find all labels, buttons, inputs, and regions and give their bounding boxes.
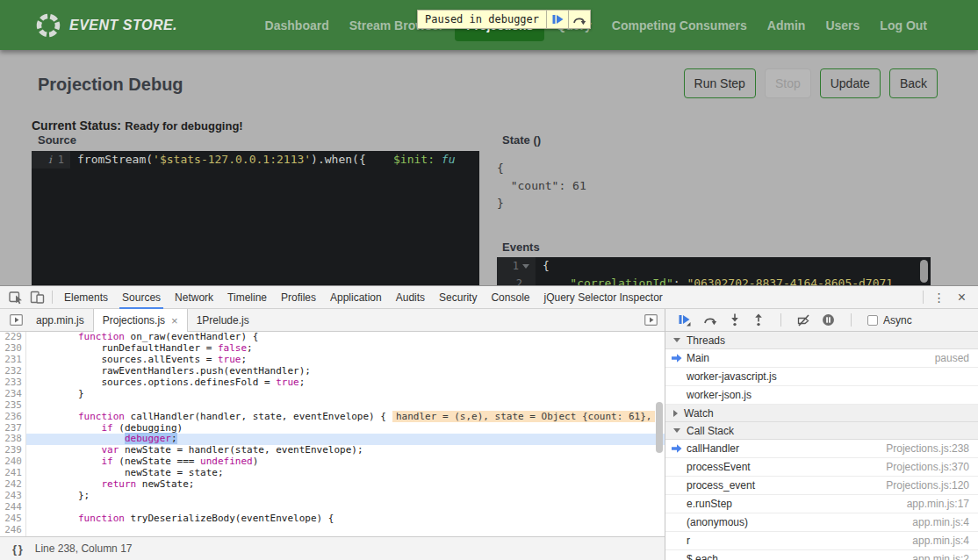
async-checkbox[interactable] <box>867 315 878 326</box>
thread-name: Main <box>687 352 709 364</box>
code-token: (debugging) <box>113 422 183 434</box>
step-into-button[interactable] <box>729 313 741 327</box>
code-text <box>26 525 665 536</box>
code-token: function <box>78 513 125 524</box>
code-token <box>32 411 78 422</box>
source-section-label: Source <box>38 133 76 147</box>
nav-item-competing-consumers[interactable]: Competing Consumers <box>603 11 756 40</box>
vertical-scrollbar[interactable] <box>656 402 663 453</box>
line-number[interactable]: 232 <box>0 366 26 377</box>
thread-row-worker-javascript-js[interactable]: worker-javascript.js <box>665 368 978 386</box>
tab-elements[interactable]: Elements <box>57 286 115 309</box>
code-token: fu <box>435 153 455 166</box>
step-over-button[interactable] <box>568 11 590 28</box>
show-drawer-button[interactable] <box>637 309 665 331</box>
line-number[interactable]: 231 <box>0 355 26 366</box>
run-step-button[interactable]: Run Step <box>684 68 756 98</box>
update-button[interactable]: Update <box>820 68 881 98</box>
nav-item-users[interactable]: Users <box>816 11 868 40</box>
show-navigator-button[interactable] <box>5 309 27 331</box>
call-stack-frame-callhandler[interactable]: callHandlerProjections.js:238 <box>665 440 978 458</box>
debugger-toolbar: Async <box>665 309 978 332</box>
call-stack-frame-each[interactable]: $.eachapp.min.js:2 <box>665 550 978 560</box>
code-token: var <box>101 444 119 456</box>
brand-text: EVENT STORE. <box>69 18 177 33</box>
events-editor[interactable]: 1 { 2 "correlationId": "06302702-8837-41… <box>497 257 931 285</box>
file-tab-1prelude-js[interactable]: 1Prelude.js <box>188 309 258 331</box>
frame-location: app.min.js:4 <box>912 516 969 528</box>
tab-close-icon[interactable]: × <box>171 314 178 327</box>
source-code-editor[interactable]: i1 fromStream('$stats-127.0.0.1:2113').w… <box>32 151 479 285</box>
cursor-position-text: Line 238, Column 17 <box>35 542 133 555</box>
toolbar-separator <box>52 291 53 304</box>
fold-arrow-icon[interactable] <box>522 264 529 269</box>
thread-name: worker-json.js <box>687 389 751 401</box>
tab-security[interactable]: Security <box>432 286 484 309</box>
deactivate-breakpoints-icon <box>797 314 810 327</box>
events-section-label: Events <box>502 241 540 254</box>
step-over-button-devtools[interactable] <box>703 314 717 326</box>
resume-script-button[interactable] <box>546 11 568 28</box>
call-stack-section-header[interactable]: Call Stack <box>665 422 978 440</box>
frame-location: app.min.js:4 <box>912 535 969 547</box>
code-token <box>32 456 101 467</box>
device-toolbar-button[interactable] <box>26 287 47 308</box>
file-tabbar: app.min.jsProjections.js×1Prelude.js <box>0 309 665 332</box>
code-token: ; <box>241 354 247 365</box>
chevron-down-icon-2 <box>673 428 680 433</box>
main-nav: DashboardStream BrowserProjectionsQueryC… <box>256 10 936 41</box>
code-line-234: 234 } <box>0 389 665 400</box>
threads-section-header[interactable]: Threads <box>665 332 978 349</box>
tab-console[interactable]: Console <box>484 286 536 309</box>
code-editor[interactable]: 229 function on_raw(eventHandler) {230 r… <box>0 332 665 536</box>
pretty-print-icon[interactable]: { } <box>12 542 22 556</box>
code-token: $init: <box>393 153 435 166</box>
watch-section-header[interactable]: Watch <box>665 405 978 422</box>
call-stack-frame-processevent[interactable]: processEventProjections.js:370 <box>665 458 978 477</box>
call-stack-list: callHandlerProjections.js:238processEven… <box>665 440 978 560</box>
thread-row-worker-json-js[interactable]: worker-json.js <box>665 386 978 405</box>
file-tab-app-min-js[interactable]: app.min.js <box>27 309 93 331</box>
tab-audits[interactable]: Audits <box>389 286 432 309</box>
line-number[interactable]: 229 <box>0 332 26 343</box>
debugger-sections: Threads Mainpausedworker-javascript.jswo… <box>665 332 978 560</box>
step-out-button[interactable] <box>752 313 765 327</box>
nav-item-admin[interactable]: Admin <box>759 11 815 40</box>
line-number[interactable]: 233 <box>0 377 26 389</box>
line-number[interactable]: 245 <box>0 513 26 525</box>
call-stack-frame-e-runstep[interactable]: e.runStepapp.min.js:17 <box>665 495 978 513</box>
eventstore-logo[interactable]: EVENT STORE. <box>35 12 177 39</box>
tab-sources[interactable]: Sources <box>115 286 168 309</box>
current-status-label: Current Status: <box>32 118 121 133</box>
nav-item-dashboard[interactable]: Dashboard <box>256 11 338 40</box>
tab-profiles[interactable]: Profiles <box>274 286 323 309</box>
thread-row-main[interactable]: Mainpaused <box>665 349 978 368</box>
back-button[interactable]: Back <box>889 68 938 98</box>
inspect-element-button[interactable] <box>5 287 26 308</box>
file-tab-projections-js[interactable]: Projections.js× <box>93 309 188 332</box>
call-stack-frame-r[interactable]: rapp.min.js:4 <box>665 532 978 550</box>
code-token <box>32 478 101 490</box>
frame-location: app.min.js:2 <box>912 553 969 560</box>
devtools-close-icon[interactable]: × <box>951 291 973 305</box>
frame-function: r <box>687 535 690 547</box>
current-position-arrow-icon <box>672 354 682 363</box>
call-stack-frame-process-event[interactable]: process_eventProjections.js:120 <box>665 477 978 495</box>
pause-on-exceptions-button[interactable] <box>822 313 835 327</box>
tab-application[interactable]: Application <box>323 286 389 309</box>
deactivate-breakpoints-button[interactable] <box>797 314 810 327</box>
nav-item-log-out[interactable]: Log Out <box>871 11 936 40</box>
tab-jquery-selector-inspector[interactable]: jQuery Selector Inspector <box>536 286 669 309</box>
tab-network[interactable]: Network <box>168 286 220 309</box>
line-number[interactable]: 230 <box>0 343 26 355</box>
resume-script-button-devtools[interactable] <box>679 314 692 327</box>
call-stack-frame-anonymous[interactable]: (anonymous)app.min.js:4 <box>665 513 978 532</box>
tab-timeline[interactable]: Timeline <box>220 286 274 309</box>
resume-icon <box>679 314 692 327</box>
line-number[interactable]: 234 <box>0 389 26 400</box>
line-number[interactable]: 246 <box>0 525 26 536</box>
line-number[interactable]: 235 <box>0 400 26 412</box>
events-scrollbar[interactable] <box>920 260 928 283</box>
devtools-menu-icon[interactable]: ⋮ <box>928 291 951 304</box>
line-number[interactable]: 236 <box>0 412 26 423</box>
